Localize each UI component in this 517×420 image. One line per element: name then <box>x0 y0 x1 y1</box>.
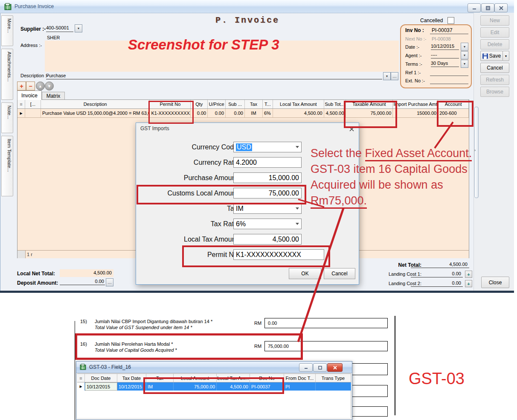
col-trans-type[interactable]: Trans Type <box>316 374 351 382</box>
cell-tax-date[interactable]: 10/12/2015 <box>117 382 146 391</box>
col-doc-date[interactable]: Doc Date <box>85 374 117 382</box>
save-button-label: Save <box>489 53 501 59</box>
cell-trans-type[interactable] <box>316 382 351 391</box>
grid-menu-icon[interactable]: ≡ <box>17 100 25 108</box>
close-window-button-label: Close <box>489 280 502 286</box>
cell-description[interactable]: Purchase Value USD 15,000.00@4.2000 = RM… <box>41 109 150 117</box>
dialog-cancel-label: Cancel <box>331 271 347 277</box>
inv-no-value: PI-00037 <box>432 27 453 33</box>
next-no-label: Next No :- <box>405 36 427 41</box>
move-down-button[interactable]: ▼ <box>45 82 54 90</box>
description-value[interactable]: Purchase <box>46 73 66 78</box>
tab-invoice[interactable]: Invoice <box>17 90 42 100</box>
cell-local-tax-amount[interactable]: 4,500.00 <box>273 109 324 117</box>
tab-matrix[interactable]: Matrix <box>42 92 65 100</box>
refresh-button[interactable]: Refresh <box>480 75 509 85</box>
minimize-button[interactable] <box>468 3 481 12</box>
close-window-button[interactable]: Close <box>481 277 509 288</box>
col-sub-total[interactable]: Sub Tot... <box>324 100 346 108</box>
landing-cost-2-value[interactable]: 0.00 <box>411 280 463 287</box>
purchase-amount-value: 15,000.00 <box>269 174 299 182</box>
save-button[interactable]: Save <box>480 51 503 61</box>
add-row-button[interactable]: + <box>17 82 26 90</box>
grid-data-row[interactable]: ▶ Purchase Value USD 15,000.00@4.2000 = … <box>17 109 469 118</box>
save-dropdown-button[interactable]: ▾ <box>502 51 509 61</box>
col-sub[interactable]: Sub ... <box>226 100 245 108</box>
landing-cost-2-add-button[interactable]: + <box>465 280 472 287</box>
field16-maximize-button[interactable] <box>313 363 327 372</box>
local-tax-amount-input[interactable]: 4,500.00 <box>233 234 302 245</box>
supplier-value[interactable]: 400-S0001 <box>46 25 73 32</box>
new-button[interactable]: New <box>480 15 509 26</box>
cell-doc-date[interactable]: 10/12/2015 <box>85 382 117 391</box>
agent-dropdown-button[interactable]: ▾ <box>461 51 468 59</box>
dialog-cancel-button[interactable]: Cancel <box>324 268 355 279</box>
purchase-amount-input[interactable]: 15,000.00 <box>233 172 302 183</box>
maximize-button[interactable] <box>481 3 494 12</box>
cell-from-doc-t[interactable]: PI <box>284 382 316 391</box>
col-tax-rate[interactable]: T... <box>263 100 273 108</box>
agent-label: Agent :- <box>405 53 422 58</box>
landing-cost-1-add-button[interactable]: + <box>465 271 472 278</box>
agent-value[interactable]: ---- <box>431 52 459 58</box>
ext-no-field[interactable] <box>430 84 468 84</box>
tax-rate-combo[interactable]: 6% <box>233 219 302 229</box>
col-tax[interactable]: Tax <box>245 100 263 108</box>
sidebar-item-more[interactable]: More... <box>1 15 13 46</box>
browse-button[interactable]: Browse <box>480 87 509 97</box>
sidebar-item-item-template[interactable]: Item Template... <box>1 136 13 196</box>
move-up-button[interactable]: ▲ <box>36 82 45 90</box>
col-item[interactable]: [... <box>25 100 41 108</box>
col-tax-date[interactable]: Tax Date <box>117 374 146 382</box>
cell-uprice[interactable]: 0.00 <box>208 109 226 117</box>
tax-label: Tax <box>162 205 238 213</box>
landing-cost-1-value[interactable]: 0.00 <box>411 271 463 277</box>
edit-button[interactable]: Edit <box>480 27 509 38</box>
local-tax-amount-value: 4,500.00 <box>273 236 299 243</box>
col-import-purchase-amt[interactable]: Import Purchase Amt <box>393 100 438 108</box>
sidebar-item-note[interactable]: Note... <box>1 102 13 133</box>
save-floppy-icon <box>482 53 488 59</box>
delete-button[interactable]: Delete <box>480 39 509 50</box>
edit-button-label: Edit <box>491 29 500 35</box>
close-button[interactable] <box>494 3 508 12</box>
close-icon <box>499 6 503 10</box>
col-from-doc-t[interactable]: From Doc T... <box>284 374 316 382</box>
field16-menu-icon[interactable]: ≡ <box>77 374 85 382</box>
date-dropdown-button[interactable]: ▾ <box>461 43 468 51</box>
col-uprice[interactable]: U/Price <box>208 100 226 108</box>
cancel-button[interactable]: Cancel <box>480 63 509 73</box>
gst03-item15-input[interactable] <box>264 318 388 328</box>
row-indicator-icon: ▶ <box>77 382 85 391</box>
description-more-button[interactable]: … <box>391 72 398 80</box>
field16-close-button[interactable] <box>327 363 343 372</box>
browse-button-label: Browse <box>486 89 503 95</box>
cancelled-checkbox[interactable] <box>447 17 454 24</box>
cell-sub-total[interactable]: 4,500.00 <box>324 109 346 117</box>
date-value[interactable]: 10/12/2015 <box>431 44 459 50</box>
dialog-ok-button[interactable]: OK <box>289 268 321 279</box>
panel-splitter[interactable] <box>474 107 479 198</box>
currency-code-combo[interactable]: USD <box>233 142 302 152</box>
deposit-more-button[interactable]: … <box>106 278 113 286</box>
cell-import-purchase-amt[interactable]: 15000.00 <box>393 109 438 117</box>
remove-row-button[interactable]: − <box>26 82 35 90</box>
cell-sub[interactable]: 0.00 <box>226 109 245 117</box>
supplier-dropdown-button[interactable]: ▾ <box>75 24 82 32</box>
cell-item[interactable] <box>25 109 41 117</box>
cell-tax[interactable]: IM <box>245 109 263 117</box>
gst03-item15-value: 0.00 <box>268 321 277 326</box>
col-local-tax-amount[interactable]: Local Tax Amount <box>273 100 324 108</box>
terms-dropdown-button[interactable]: ▾ <box>461 60 468 68</box>
deposit-amount-value[interactable]: 0.00 <box>60 279 105 285</box>
dialog-title: GST Imports <box>140 125 169 131</box>
currency-rate-input[interactable]: 4.2000 <box>233 157 302 168</box>
ref1-field[interactable] <box>430 76 468 76</box>
cell-tax-rate[interactable]: 6% <box>263 109 273 117</box>
terms-value[interactable]: 30 Days <box>431 61 459 67</box>
sidebar-item-attachments[interactable]: Attachments... <box>1 49 13 100</box>
field16-minimize-button[interactable] <box>299 363 313 372</box>
description-dropdown-button[interactable]: ▾ <box>383 72 391 80</box>
col-description[interactable]: Description <box>41 100 150 108</box>
tax-combo[interactable]: IM <box>233 203 302 214</box>
